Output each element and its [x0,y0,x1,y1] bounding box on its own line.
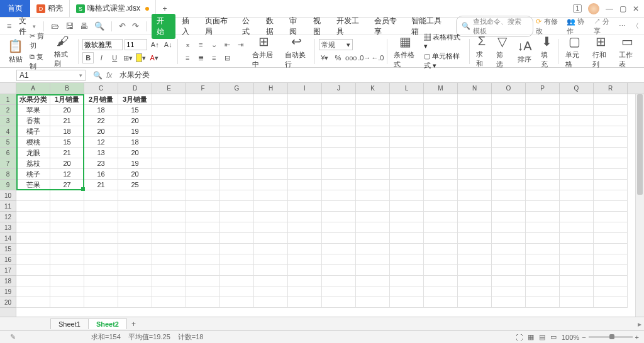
cell-M4[interactable] [424,126,458,137]
cell-R6[interactable] [594,148,628,158]
cell-Q5[interactable] [560,137,594,148]
coop-button[interactable]: 👥 协作 [567,17,587,36]
row-header-13[interactable]: 13 [0,222,16,233]
italic-button[interactable]: I [96,52,107,63]
cell-E16[interactable] [152,254,186,265]
cell-G15[interactable] [220,244,254,254]
menu-开发工具[interactable]: 开发工具 [333,14,367,38]
cell-N10[interactable] [458,190,492,201]
cell-I6[interactable] [288,148,322,158]
cell-P11[interactable] [526,201,560,212]
cell-G3[interactable] [220,116,254,126]
cell-F18[interactable] [186,276,220,286]
cell-P9[interactable] [526,180,560,190]
cell-P2[interactable] [526,105,560,116]
cell-C4[interactable]: 20 [84,126,118,137]
cell-N5[interactable] [458,137,492,148]
cell-F20[interactable] [186,297,220,308]
col-header-K[interactable]: K [356,83,390,94]
scroll-right-icon[interactable]: ▸ [635,320,644,329]
cell-H19[interactable] [254,286,288,297]
cell-M8[interactable] [424,169,458,180]
name-box[interactable]: A1▾ [16,70,86,81]
font-name-select[interactable] [82,39,123,50]
cell-I20[interactable] [288,297,322,308]
cell-N4[interactable] [458,126,492,137]
auto-wrap-button[interactable]: ↩ 自动换行 [282,34,311,69]
cell-K6[interactable] [356,148,390,158]
cell-I15[interactable] [288,244,322,254]
cell-I4[interactable] [288,126,322,137]
cell-C20[interactable] [84,297,118,308]
row-header-9[interactable]: 9 [0,180,16,190]
cell-A8[interactable]: 桃子 [16,169,50,180]
sort-button[interactable]: ↓A排序 [514,39,534,64]
cell-D10[interactable] [118,190,152,201]
row-header-16[interactable]: 16 [0,254,16,265]
cell-Q14[interactable] [560,233,594,244]
cell-F9[interactable] [186,180,220,190]
cell-N1[interactable] [458,94,492,105]
cell-A19[interactable] [16,286,50,297]
row-header-2[interactable]: 2 [0,105,16,116]
col-header-N[interactable]: N [458,83,492,94]
table-style-button[interactable]: ▦ 表格样式 ▾ [424,33,465,50]
cell-L17[interactable] [390,265,424,276]
cell-K18[interactable] [356,276,390,286]
cell-D1[interactable]: 3月销量 [118,94,152,105]
cell-A1[interactable]: 水果分类 [16,94,50,105]
cell-B11[interactable] [50,201,84,212]
cell-C3[interactable]: 22 [84,116,118,126]
cell-L8[interactable] [390,169,424,180]
cell-F12[interactable] [186,212,220,222]
cell-J5[interactable] [322,137,356,148]
cell-R9[interactable] [594,180,628,190]
cell-K11[interactable] [356,201,390,212]
row-header-20[interactable]: 20 [0,297,16,308]
cell-H12[interactable] [254,212,288,222]
cell-Q8[interactable] [560,169,594,180]
doc-tab-1[interactable]: S 嗨格式课堂.xlsx [70,0,156,17]
cell-N16[interactable] [458,254,492,265]
cell-Q6[interactable] [560,148,594,158]
cell-R18[interactable] [594,276,628,286]
cell-A4[interactable]: 橘子 [16,126,50,137]
currency-icon[interactable]: ¥▾ [319,52,330,63]
cell-H1[interactable] [254,94,288,105]
cell-H4[interactable] [254,126,288,137]
cell-P13[interactable] [526,222,560,233]
cell-N2[interactable] [458,105,492,116]
cell-K4[interactable] [356,126,390,137]
cell-B4[interactable]: 18 [50,126,84,137]
sheet-tab-Sheet2[interactable]: Sheet2 [88,318,127,329]
cell-N12[interactable] [458,212,492,222]
cell-O9[interactable] [492,180,526,190]
cell-R15[interactable] [594,244,628,254]
cell-E8[interactable] [152,169,186,180]
cell-P15[interactable] [526,244,560,254]
cell-I14[interactable] [288,233,322,244]
cell-H16[interactable] [254,254,288,265]
cell-K19[interactable] [356,286,390,297]
font-size-select[interactable] [125,39,147,50]
cell-N3[interactable] [458,116,492,126]
decrease-font-icon[interactable]: A↓ [162,39,174,50]
col-header-P[interactable]: P [526,83,560,94]
menu-开始[interactable]: 开始 [152,14,175,39]
sheet-tab-Sheet1[interactable]: Sheet1 [50,318,89,329]
cell-C11[interactable] [84,201,118,212]
cell-J13[interactable] [322,222,356,233]
row-header-19[interactable]: 19 [0,286,16,297]
cell-I16[interactable] [288,254,322,265]
cell-O2[interactable] [492,105,526,116]
cell-K12[interactable] [356,212,390,222]
cell-G7[interactable] [220,158,254,169]
collapse-ribbon-icon[interactable]: 〈 [632,21,639,31]
cell-A10[interactable] [16,190,50,201]
cell-P18[interactable] [526,276,560,286]
open-icon[interactable]: 🗁 [49,21,61,31]
cell-D12[interactable] [118,212,152,222]
cell-R19[interactable] [594,286,628,297]
cell-L7[interactable] [390,158,424,169]
fullscreen-icon[interactable]: ⛶ [516,334,523,341]
